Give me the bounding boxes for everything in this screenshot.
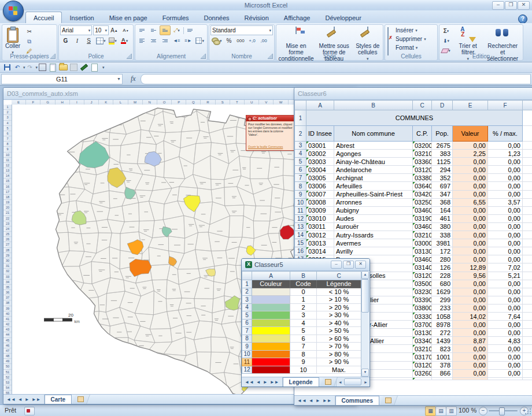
- cell-cp[interactable]: 03000: [413, 239, 432, 247]
- row-header-7[interactable]: 7: [3, 136, 12, 142]
- cell-pop[interactable]: 294: [432, 166, 453, 174]
- cell-pop[interactable]: 352: [432, 174, 453, 182]
- dialog-launcher[interactable]: [268, 54, 273, 59]
- insert-function-icon[interactable]: fx: [131, 75, 136, 83]
- cell-val[interactable]: 0,00: [453, 369, 488, 377]
- wrap-text-button[interactable]: [184, 25, 195, 35]
- column-title-2[interactable]: C.P.: [413, 126, 432, 142]
- cell-cp[interactable]: 03210: [413, 150, 432, 158]
- table-title-cell[interactable]: COMMUNES: [306, 110, 523, 126]
- accounting-format-button[interactable]: ▾: [210, 36, 223, 46]
- column-header-partial[interactable]: [523, 101, 532, 110]
- map-row-headers[interactable]: 1234567891011121314151617181920212223242…: [3, 105, 12, 395]
- cell-val[interactable]: 0,00: [453, 321, 488, 329]
- shrink-font-button[interactable]: A▼: [120, 25, 131, 35]
- column-title-5[interactable]: % / max.: [488, 126, 523, 142]
- cell-pop[interactable]: 368: [432, 198, 453, 206]
- align-center-button[interactable]: [148, 36, 159, 46]
- row-header-2[interactable]: 2: [242, 288, 252, 296]
- row-header-8[interactable]: 8: [295, 182, 306, 190]
- insert-sheet-tab[interactable]: [380, 396, 398, 405]
- ribbon-tab-mise-en-page[interactable]: Mise en page: [102, 12, 155, 23]
- row-header-36[interactable]: 36: [3, 290, 12, 295]
- row-header-5[interactable]: 5: [242, 311, 252, 320]
- cell-cp[interactable]: 03380: [413, 174, 432, 182]
- cell-id[interactable]: 03004: [306, 166, 334, 174]
- cell-legende[interactable]: > 20 %: [317, 303, 361, 311]
- row-header-10[interactable]: 10: [3, 153, 12, 158]
- cell-cp[interactable]: 03250: [413, 198, 432, 206]
- cell-pct[interactable]: 7,02: [488, 263, 523, 272]
- column-header-B[interactable]: B: [290, 272, 317, 280]
- cell-id[interactable]: 03005: [306, 174, 334, 182]
- cell-cp[interactable]: 03700: [413, 321, 432, 329]
- row-header-54[interactable]: 54: [3, 385, 12, 391]
- cell-val[interactable]: 0,00: [453, 222, 488, 231]
- cell-pct[interactable]: 7,64: [488, 312, 523, 320]
- decrease-decimal-button[interactable]: ,00: [258, 36, 269, 46]
- row-header-8[interactable]: 8: [242, 335, 252, 343]
- cell-name[interactable]: Andelaroche: [334, 166, 413, 174]
- sheet-nav-buttons[interactable]: ◄◄◄ ►►►: [3, 395, 45, 404]
- cell-id[interactable]: 03007: [306, 190, 334, 198]
- cell-legende[interactable]: > 90 %: [317, 358, 361, 366]
- row-header-12[interactable]: 12: [295, 214, 306, 222]
- cell-code[interactable]: 0: [290, 288, 317, 296]
- cell-cp[interactable]: 03330: [413, 312, 432, 320]
- restore-button[interactable]: ❐: [505, 1, 517, 10]
- number-format-combo[interactable]: Standard▾: [210, 25, 273, 35]
- cell-name[interactable]: Abrest: [334, 142, 413, 150]
- row-header-26[interactable]: 26: [3, 237, 12, 242]
- row-header-12[interactable]: 12: [242, 366, 252, 374]
- cell-pct[interactable]: 0,00: [488, 206, 523, 214]
- cell-pct[interactable]: 0,00: [488, 182, 523, 190]
- row-header-1[interactable]: 1: [295, 110, 306, 126]
- dialog-launcher[interactable]: [127, 54, 132, 59]
- color-swatch[interactable]: [252, 303, 290, 311]
- row-header-45[interactable]: 45: [3, 338, 12, 343]
- legend-vertical-scrollbar[interactable]: ▲ ▼: [361, 271, 369, 377]
- column-header-W[interactable]: W: [274, 100, 288, 105]
- cell-legende[interactable]: < 10 %: [317, 288, 361, 296]
- column-header-T[interactable]: T: [230, 100, 245, 105]
- column-header-H[interactable]: H: [56, 100, 70, 105]
- cell-pct[interactable]: 0,00: [488, 353, 523, 361]
- cell-code[interactable]: 2: [290, 303, 317, 311]
- cell-pct[interactable]: 0,00: [488, 190, 523, 198]
- row-header-35[interactable]: 35: [3, 285, 12, 290]
- page-layout-view-icon[interactable]: ▤: [435, 406, 446, 416]
- paste-button[interactable]: Coller▾: [3, 27, 22, 57]
- row-header-14[interactable]: 14: [3, 173, 12, 179]
- row-header-9[interactable]: 9: [295, 190, 306, 198]
- row-header-49[interactable]: 49: [3, 359, 12, 364]
- row-header-43[interactable]: 43: [3, 327, 12, 332]
- row-header-14[interactable]: 14: [295, 231, 306, 239]
- grow-font-button[interactable]: A▲: [109, 25, 120, 35]
- align-top-button[interactable]: [136, 25, 147, 35]
- font-family-combo[interactable]: Arial▾: [60, 25, 92, 35]
- cut-button[interactable]: ✂: [24, 27, 35, 36]
- cell-pop[interactable]: 697: [432, 182, 453, 190]
- row-header-12[interactable]: 12: [3, 163, 12, 168]
- row-header-2[interactable]: 2: [3, 110, 12, 115]
- row-header-44[interactable]: 44: [3, 332, 12, 337]
- zoom-out-icon[interactable]: −: [479, 407, 487, 415]
- zoom-slider-thumb[interactable]: [499, 407, 505, 415]
- cell-pct[interactable]: 0,00: [488, 231, 523, 239]
- cell-pop[interactable]: 280: [432, 255, 453, 263]
- row-header-4[interactable]: 4: [3, 121, 12, 126]
- ribbon-tab-révision[interactable]: Révision: [237, 12, 276, 23]
- row-header-6[interactable]: 6: [3, 131, 12, 136]
- cell-legende[interactable]: Max.: [317, 366, 361, 374]
- row-header-48[interactable]: 48: [3, 354, 12, 359]
- cell-val[interactable]: 8,87: [453, 337, 488, 345]
- row-header-3[interactable]: 3: [242, 296, 252, 304]
- align-right-button[interactable]: [160, 36, 171, 46]
- cell-name[interactable]: Ainay-le-Château: [334, 158, 413, 166]
- column-header-K[interactable]: K: [99, 100, 113, 105]
- autosum-button[interactable]: Σ▾: [441, 26, 452, 36]
- undo-icon[interactable]: ↶: [13, 64, 22, 72]
- cell-pop[interactable]: 272: [432, 329, 453, 337]
- open-folder-icon[interactable]: [58, 64, 68, 72]
- cell-cp[interactable]: 03640: [413, 182, 432, 190]
